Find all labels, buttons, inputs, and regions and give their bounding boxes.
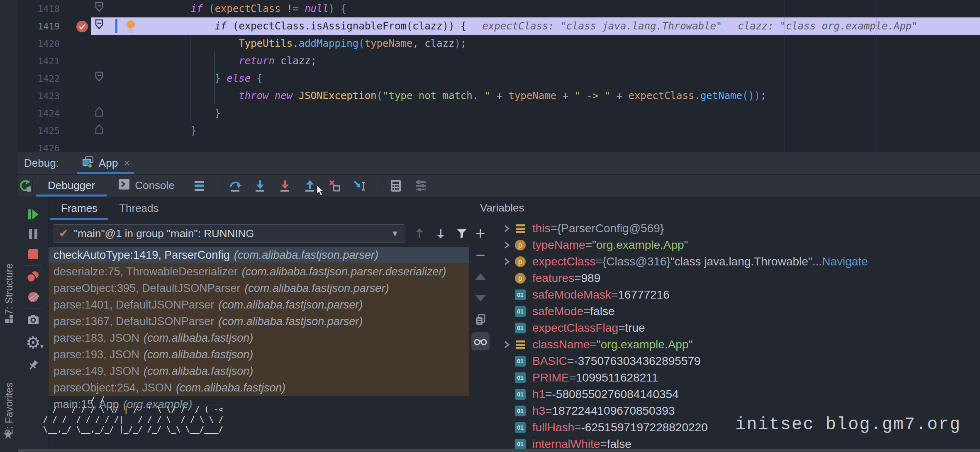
run-tab-app[interactable]: App ×	[77, 152, 134, 174]
prim-value-icon: 01	[514, 405, 527, 417]
move-down-icon[interactable]	[471, 289, 490, 307]
variable-row-typeName[interactable]: ptypeName = "org.example.App"	[492, 237, 980, 253]
variable-name: internalWhite	[532, 437, 600, 449]
sidebar-item-structure[interactable]: 7: Structure	[3, 263, 15, 315]
stack-frame-row[interactable]: parse:149, JSON(com.alibaba.fastjson)	[49, 363, 469, 379]
code-text: } else {	[143, 73, 263, 84]
gutter-icons	[60, 35, 143, 52]
tab-frames[interactable]: Frames	[50, 197, 108, 220]
code-text: if (expectClass.isAssignableFrom(clazz))…	[143, 20, 918, 32]
step-into-icon[interactable]	[253, 179, 267, 193]
structure-icon[interactable]	[4, 313, 15, 326]
variable-row-this[interactable]: this = {ParserConfig@569}	[492, 220, 980, 237]
gutter-icons	[60, 122, 143, 139]
fold-end-marker-icon[interactable]	[95, 106, 104, 119]
code-line-1420[interactable]: 1420TypeUtils.addMapping(typeName, clazz…	[18, 35, 980, 52]
stack-frame-row[interactable]: parse:193, JSON(com.alibaba.fastjson)	[49, 346, 469, 363]
fold-marker-icon[interactable]	[95, 71, 104, 84]
variable-value: {Class@316}	[602, 255, 670, 268]
variable-row-BASIC[interactable]: 01BASIC = -3750763034362895579	[492, 353, 980, 369]
copy-icon[interactable]	[471, 311, 490, 329]
chevron-right-icon[interactable]	[499, 257, 514, 266]
force-step-into-icon[interactable]	[278, 179, 292, 193]
remove-watch-icon[interactable]: −	[471, 246, 490, 264]
lightbulb-icon[interactable]	[124, 19, 137, 35]
variable-name: expectClassFlag	[532, 321, 618, 335]
stack-frame-row[interactable]: parse:183, JSON(com.alibaba.fastjson)	[49, 330, 469, 346]
variable-row-PRIME[interactable]: 01PRIME = 1099511628211	[492, 369, 980, 386]
tab-threads[interactable]: Threads	[108, 197, 169, 220]
add-watch-icon[interactable]: +	[471, 224, 490, 243]
settings-gear-icon[interactable]: ⚙ ▾	[26, 335, 40, 350]
ascii-art-watermark: ____ _/ /_ _ __ _____ ____ ____ _/ __/ /…	[38, 395, 223, 434]
mute-breakpoints-icon[interactable]	[26, 290, 40, 304]
variable-row-safeModeMask[interactable]: 01safeModeMask = 16777216	[492, 287, 980, 303]
variable-value: 1099511628211	[576, 371, 658, 384]
code-line-1424[interactable]: 1424}	[18, 104, 980, 122]
prim-value-icon: 01	[514, 438, 527, 449]
frame-location: parse:193, JSON	[54, 348, 139, 361]
variable-row-internalWhite[interactable]: 01internalWhite = false	[492, 436, 980, 449]
stack-frame-row[interactable]: checkAutoType:1419, ParserConfig(com.ali…	[49, 247, 469, 263]
variable-row-h1[interactable]: 01h1 = -5808550276084140354	[492, 386, 980, 403]
variable-name: features	[532, 272, 574, 285]
variable-row-expectClassFlag[interactable]: 01expectClassFlag = true	[492, 320, 980, 336]
frame-up-icon[interactable]	[413, 226, 427, 241]
step-over-icon[interactable]	[228, 179, 242, 193]
rerun-button[interactable]	[18, 179, 33, 193]
navigate-link[interactable]: Navigate	[822, 255, 868, 268]
show-execution-point-icon[interactable]	[192, 179, 206, 193]
resume-button[interactable]	[26, 207, 40, 221]
variable-name: h3	[532, 404, 545, 418]
breakpoint-icon[interactable]	[75, 19, 90, 36]
code-line-1419[interactable]: 1419if (expectClass.isAssignableFrom(cla…	[18, 17, 980, 35]
layout-settings-icon[interactable]	[414, 179, 428, 193]
view-breakpoints-icon[interactable]	[26, 270, 40, 284]
run-to-cursor-icon[interactable]	[353, 179, 367, 193]
stack-frame-row[interactable]: parseObject:254, JSON(com.alibaba.fastjs…	[49, 379, 469, 396]
step-out-icon[interactable]	[303, 179, 317, 193]
code-line-1421[interactable]: 1421return clazz;	[18, 52, 980, 70]
tab-debugger[interactable]: Debugger	[36, 175, 107, 197]
favorites-star-icon[interactable]: ★	[2, 427, 14, 442]
variable-row-className[interactable]: className = "org.example.App"	[492, 336, 980, 353]
fold-marker-icon[interactable]	[95, 2, 104, 14]
stop-button[interactable]	[26, 247, 40, 261]
fold-marker-icon[interactable]	[95, 19, 104, 32]
variable-row-safeMode[interactable]: 01safeMode = false	[492, 303, 980, 320]
pin-icon[interactable]	[26, 358, 40, 372]
close-icon[interactable]: ×	[124, 157, 130, 170]
drop-frame-icon[interactable]	[328, 179, 342, 193]
thread-dump-camera-icon[interactable]	[26, 313, 40, 327]
code-line-1422[interactable]: 1422} else {	[18, 70, 980, 87]
thread-dropdown[interactable]: ✔ "main"@1 in group "main": RUNNING ▼	[53, 224, 405, 243]
stack-frame-row[interactable]: parseObject:395, DefaultJSONParser(com.a…	[49, 280, 469, 296]
equals-sign: =	[551, 222, 557, 235]
strip-separator	[25, 308, 41, 309]
variable-row-features[interactable]: pfeatures = 989	[492, 270, 980, 287]
code-line-1426[interactable]: 1426	[18, 139, 980, 152]
tab-console[interactable]: Console	[107, 175, 186, 197]
filter-icon[interactable]	[455, 226, 469, 241]
code-text: if (expectClass != null) {	[143, 3, 346, 15]
pause-button[interactable]	[26, 227, 40, 241]
code-line-1425[interactable]: 1425}	[18, 122, 980, 139]
chevron-right-icon[interactable]	[499, 224, 514, 233]
move-up-icon[interactable]	[471, 267, 490, 286]
chevron-right-icon[interactable]	[499, 340, 514, 349]
stack-frame-row[interactable]: deserialze:75, ThrowableDeserializer(com…	[49, 263, 469, 280]
code-line-1423[interactable]: 1423throw new JSONException("type not ma…	[18, 87, 980, 104]
variable-row-expectClass[interactable]: pexpectClass = {Class@316} "class java.l…	[492, 253, 980, 270]
evaluate-expression-icon[interactable]	[389, 179, 403, 193]
code-line-1418[interactable]: 1418if (expectClass != null) {	[18, 0, 980, 17]
sidebar-item-favorites[interactable]: 2: Favorites	[3, 382, 15, 434]
prim-value-icon: 01	[514, 372, 527, 384]
frame-down-icon[interactable]	[434, 226, 448, 241]
code-editor[interactable]: 1418if (expectClass != null) {1419if (ex…	[18, 0, 980, 152]
stack-frame-row[interactable]: parse:1367, DefaultJSONParser(com.alibab…	[49, 313, 469, 330]
fold-end-marker-icon[interactable]	[95, 124, 104, 136]
show-watches-icon[interactable]	[471, 332, 490, 350]
stack-frame-row[interactable]: parse:1401, DefaultJSONParser(com.alibab…	[49, 296, 469, 313]
code-text: }	[143, 125, 197, 136]
chevron-right-icon[interactable]	[499, 241, 514, 250]
